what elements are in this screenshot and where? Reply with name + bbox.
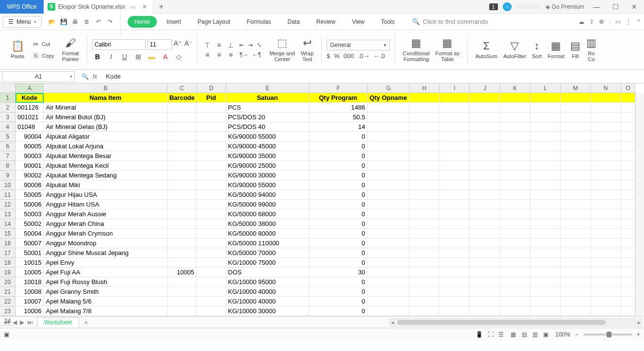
header-cell[interactable]: Satuan [226, 93, 309, 103]
cell[interactable]: Anggur Merah Aussie [44, 209, 167, 219]
fill-color-button[interactable]: ▬ [147, 53, 157, 61]
cell[interactable]: 01048 [16, 122, 44, 132]
cell[interactable] [439, 132, 469, 142]
align-top-icon[interactable]: ⊤ [202, 41, 212, 49]
cell[interactable]: Anggur Shine Muscat Jepang [44, 248, 167, 258]
cell[interactable]: 0 [309, 258, 368, 268]
cell[interactable] [500, 171, 530, 180]
trace-icon[interactable]: 🔍 [82, 73, 89, 80]
cell[interactable] [530, 258, 561, 268]
user-avatar[interactable] [503, 2, 512, 11]
cell[interactable]: 0 [309, 297, 368, 306]
autosum-button[interactable]: ΣAutoSum [473, 39, 500, 60]
ribbon-tab-home[interactable]: Home [128, 16, 157, 28]
cell[interactable]: 90006 [16, 180, 44, 190]
cell[interactable] [591, 229, 621, 239]
cut-button[interactable]: ✂Cut [30, 39, 56, 49]
cell[interactable]: 50006 [16, 200, 44, 209]
macro-icon[interactable]: ▣ [4, 331, 9, 338]
autofilter-button[interactable]: ▽AutoFilter [500, 39, 529, 60]
comma-icon[interactable]: 000 [344, 52, 354, 60]
column-header-E[interactable]: E [226, 83, 309, 93]
currency-icon[interactable]: $ [327, 52, 330, 60]
cell[interactable] [167, 209, 197, 219]
cell[interactable] [367, 190, 409, 200]
fullscreen-icon[interactable]: ⛶ [488, 331, 494, 338]
header-cell[interactable] [591, 93, 621, 103]
ribbon-tab-view[interactable]: View [345, 16, 371, 28]
cell[interactable] [470, 248, 500, 258]
align-bottom-icon[interactable]: ⊥ [226, 41, 235, 49]
cell[interactable]: PCS [226, 103, 309, 112]
cell[interactable] [367, 239, 409, 248]
last-sheet-icon[interactable]: ⏭ [27, 319, 33, 326]
column-header-B[interactable]: B [44, 83, 167, 93]
cell[interactable] [500, 297, 530, 306]
ribbon-tab-insert[interactable]: Insert [160, 16, 188, 28]
cell[interactable] [439, 229, 469, 239]
cell[interactable] [409, 142, 439, 151]
header-cell[interactable] [409, 93, 439, 103]
cell[interactable]: 10007 [16, 297, 44, 306]
font-name-input[interactable] [92, 39, 146, 50]
number-format-select[interactable]: General ▾ [327, 40, 390, 50]
cell[interactable] [439, 151, 469, 161]
cell[interactable] [439, 190, 469, 200]
cell[interactable] [500, 219, 530, 229]
cell[interactable] [621, 219, 635, 229]
cell[interactable]: KG/50000 38000 [226, 219, 309, 229]
cell[interactable] [591, 219, 621, 229]
cell[interactable] [470, 239, 500, 248]
cell[interactable] [167, 248, 197, 258]
row-header-22[interactable]: 22 [0, 297, 15, 306]
increase-font-icon[interactable]: A⁺ [174, 39, 182, 50]
cell[interactable] [500, 209, 530, 219]
cell[interactable] [561, 171, 591, 180]
cell[interactable] [167, 287, 197, 297]
cell[interactable] [561, 277, 591, 287]
cell[interactable]: 001021 [16, 112, 44, 122]
cell[interactable] [591, 151, 621, 161]
cell[interactable] [530, 248, 561, 258]
cell[interactable]: Alpukat Aligator [44, 132, 167, 142]
cell[interactable] [561, 161, 591, 171]
row-header-13[interactable]: 13 [0, 209, 15, 219]
cell[interactable] [591, 239, 621, 248]
cell[interactable] [439, 258, 469, 268]
clear-format-button[interactable]: ◇ [174, 53, 184, 61]
cell[interactable] [470, 277, 500, 287]
cell[interactable]: KG/90000 25000 [226, 161, 309, 171]
cell[interactable] [530, 103, 561, 112]
cell[interactable] [439, 112, 469, 122]
cell[interactable]: 0 [309, 200, 368, 209]
cell[interactable] [591, 209, 621, 219]
cell[interactable]: 50005 [16, 190, 44, 200]
row-header-10[interactable]: 10 [0, 180, 15, 190]
cell[interactable] [367, 112, 409, 122]
cell[interactable]: Alpukat Mentega Besar [44, 151, 167, 161]
row-header-19[interactable]: 19 [0, 268, 15, 277]
cell[interactable]: 14 [309, 122, 368, 132]
page-layout-icon[interactable]: ▤ [520, 331, 529, 338]
cell[interactable] [561, 258, 591, 268]
cell[interactable] [500, 180, 530, 190]
increase-indent-icon[interactable]: ⇥ [248, 42, 253, 48]
cell[interactable] [470, 180, 500, 190]
new-tab-button[interactable]: + [153, 2, 169, 11]
share-icon[interactable]: ⇪ [589, 18, 594, 25]
cell[interactable] [591, 122, 621, 132]
cell[interactable] [561, 103, 591, 112]
column-header-A[interactable]: A [16, 83, 44, 93]
cell[interactable] [367, 306, 409, 316]
cell[interactable]: 50002 [16, 219, 44, 229]
cell[interactable]: 50003 [16, 209, 44, 219]
cell[interactable] [500, 287, 530, 297]
cell[interactable] [409, 122, 439, 132]
header-cell[interactable]: Pid [197, 93, 226, 103]
cell[interactable] [167, 151, 197, 161]
cell[interactable] [500, 239, 530, 248]
column-header-F[interactable]: F [309, 83, 368, 93]
cell[interactable] [500, 132, 530, 142]
cell[interactable] [561, 142, 591, 151]
cell[interactable] [167, 229, 197, 239]
